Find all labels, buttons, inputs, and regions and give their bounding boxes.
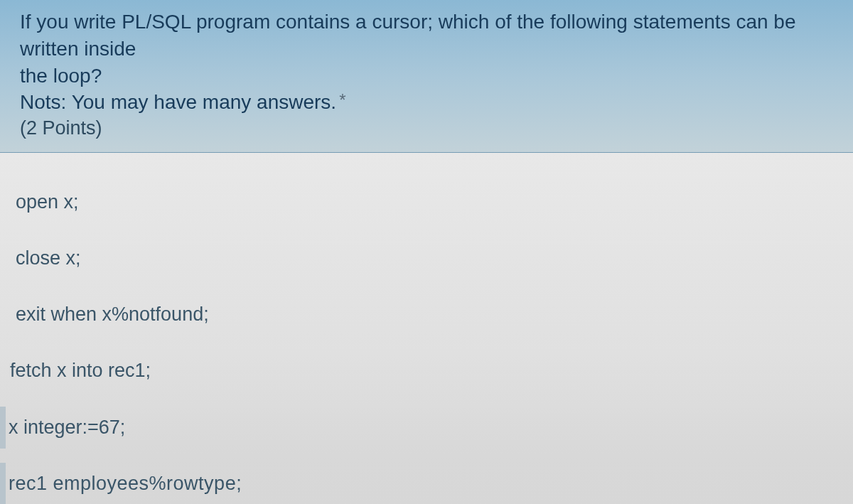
question-note: Nots: You may have many answers.* [20,89,833,116]
option-open[interactable]: open x; [0,181,853,223]
options-area: open x; close x; exit when x%notfound; f… [0,153,853,504]
required-asterisk-icon: * [339,90,345,109]
question-note-text: Nots: You may have many answers. [20,91,336,113]
question-line-2: the loop? [20,63,833,90]
question-header: If you write PL/SQL program contains a c… [0,0,853,153]
option-integer[interactable]: x integer:=67; [0,407,853,449]
option-fetch[interactable]: fetch x into rec1; [0,350,853,392]
question-line-1: If you write PL/SQL program contains a c… [20,9,833,63]
question-points: (2 Points) [20,117,833,139]
option-rowtype-text: rec1 employees%rowtype; [9,473,242,494]
option-exit-when[interactable]: exit when x%notfound; [0,294,853,336]
option-close[interactable]: close x; [0,237,853,279]
option-rowtype[interactable]: rec1 employees%rowtype; [0,463,853,504]
